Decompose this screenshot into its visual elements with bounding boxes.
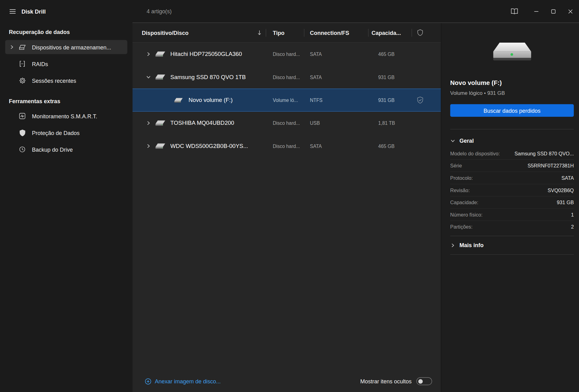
detail-label: Número físico:	[450, 212, 482, 217]
items-count: 4 artigo(s)	[147, 8, 172, 14]
device-capacity: 465 GB	[369, 43, 412, 65]
maximize-button[interactable]	[545, 0, 562, 23]
column-header-type[interactable]: Tipo	[266, 23, 304, 42]
detail-row-capacidade: Capacidade:931 GB	[450, 196, 574, 209]
device-capacity: 1,81 TB	[369, 112, 412, 134]
device-name-cell: Hitachi HDP725050GLA360	[132, 43, 266, 65]
sidebar-section-items: Monitoramento S.M.A.R.T.Proteção de Dado…	[0, 109, 132, 157]
chevron-down-icon[interactable]	[146, 74, 151, 80]
chevron-right-icon[interactable]	[146, 120, 151, 126]
detail-row-revis-o: Revisão:SVQ02B6Q	[450, 184, 574, 196]
detail-value: SVQ02B6Q	[548, 188, 574, 193]
toggle-knob	[418, 379, 422, 383]
minimize-icon	[534, 9, 538, 13]
hamburger-icon	[9, 9, 16, 15]
sidebar-section-heading: Ferramentas extras	[0, 92, 132, 109]
knowledge-base-button[interactable]	[506, 0, 523, 23]
detail-value: Samsung SSD 870 QVO...	[514, 151, 574, 156]
sidebar-item-prote-o-de-dados[interactable]: Proteção de Dados	[5, 126, 127, 140]
device-connection: SATA	[304, 135, 369, 158]
device-name: WDC WDS500G2B0B-00YS...	[170, 143, 248, 150]
chevron-right-icon[interactable]	[146, 52, 151, 57]
main-footer: Anexar imagem de disco... Mostrar itens …	[132, 370, 441, 392]
column-label-capacity: Capacida...	[371, 29, 401, 36]
device-row-hitachi-hdp725050gla360[interactable]: Hitachi HDP725050GLA360Disco hard...SATA…	[132, 43, 441, 65]
device-table: Dispositivo/Disco Tipo Connection/FS Cap…	[132, 23, 441, 392]
show-hidden-toggle[interactable]	[416, 377, 432, 385]
detail-label: Modelo do dispositivo:	[450, 151, 500, 156]
sidebar-item-backup-do-drive[interactable]: Backup do Drive	[5, 142, 127, 157]
device-name: Samsung SSD 870 QVO 1TB	[170, 74, 246, 81]
divider	[450, 254, 574, 255]
content-area: 4 artigo(s) Disposi	[132, 0, 579, 392]
details-title: Novo volume (F:)	[450, 79, 574, 87]
book-icon	[511, 8, 518, 14]
device-row-novo-volume-f[interactable]: Novo volume (F:)Volume ló...NTFS931 GB	[132, 89, 441, 112]
scan-button[interactable]: Buscar dados perdidos	[450, 104, 574, 117]
device-row-wdc-wds500g2b0b-00ys[interactable]: WDC WDS500G2B0B-00YS...Disco hard...SATA…	[132, 135, 441, 158]
column-label-device: Dispositivo/Disco	[142, 29, 188, 36]
device-name: TOSHIBA MQ04UBD200	[170, 120, 234, 127]
app-title: Disk Drill	[22, 8, 46, 15]
sort-desc-icon	[257, 30, 262, 36]
volume-icon	[174, 97, 183, 104]
sidebar-item-raids[interactable]: RAIDs	[5, 57, 127, 71]
detail-value: 1	[571, 212, 574, 217]
column-header-device[interactable]: Dispositivo/Disco	[132, 23, 266, 42]
general-heading: Geral	[460, 137, 474, 144]
device-type: Disco hard...	[266, 112, 304, 134]
sidebar-nav: Recuperação de dadosDispositivos de arma…	[0, 23, 132, 159]
show-hidden-label: Mostrar itens ocultos	[360, 378, 412, 384]
chevron-right-icon	[450, 242, 456, 248]
detail-label: Protocolo:	[450, 175, 473, 181]
table-header: Dispositivo/Disco Tipo Connection/FS Cap…	[132, 23, 441, 43]
sidebar-titlebar: Disk Drill	[0, 0, 132, 23]
device-connection: SATA	[304, 65, 369, 88]
sidebar-item-label: Proteção de Dados	[32, 129, 79, 136]
raid-icon	[17, 61, 27, 67]
scale-wrapper: Disk Drill Recuperação de dadosDispositi…	[0, 0, 579, 392]
device-list: Hitachi HDP725050GLA360Disco hard...SATA…	[132, 43, 441, 370]
column-header-connection[interactable]: Connection/FS	[304, 23, 369, 42]
titlebar: 4 artigo(s)	[132, 0, 579, 23]
detail-value: 2	[571, 224, 574, 230]
divider	[450, 129, 574, 129]
device-name: Hitachi HDP725050GLA360	[170, 51, 242, 57]
device-name-cell: TOSHIBA MQ04UBD200	[132, 112, 266, 134]
general-section-toggle[interactable]: Geral	[450, 137, 574, 144]
column-header-capacity[interactable]: Capacida...	[369, 23, 412, 42]
sidebar-item-sess-es-recentes[interactable]: Sessões recentes	[5, 74, 127, 88]
sidebar-item-label: Monitoramento S.M.A.R.T.	[32, 113, 97, 119]
minimize-button[interactable]	[528, 0, 545, 23]
drive-icon	[155, 119, 166, 127]
device-protection-cell	[412, 43, 441, 65]
shield-filled-icon	[17, 129, 27, 136]
attach-link-label: Anexar imagem de disco...	[155, 378, 221, 384]
device-row-samsung-ssd-870-qvo-1tb[interactable]: Samsung SSD 870 QVO 1TBDisco hard...SATA…	[132, 65, 441, 88]
shield-check-icon	[416, 96, 424, 104]
attach-disk-image-link[interactable]: Anexar imagem de disco...	[145, 378, 221, 385]
sidebar-item-monitoramento-s-m-a-r-t[interactable]: Monitoramento S.M.A.R.T.	[5, 109, 127, 123]
chevron-right-icon	[9, 44, 15, 50]
details-panel: Novo volume (F:) Volume lógico • 931 GB …	[441, 23, 579, 392]
gear-icon	[17, 77, 27, 84]
drive-illustration	[450, 41, 574, 65]
detail-row-s-rie: SérieS5RRNF0T227381H	[450, 160, 574, 172]
device-type: Volume ló...	[266, 89, 304, 111]
sidebar-item-label: Dispositivos de armazenamen...	[32, 44, 111, 50]
sidebar-item-dispositivos-de-armazenamen[interactable]: Dispositivos de armazenamen...	[5, 40, 127, 54]
detail-value: 931 GB	[557, 200, 574, 205]
more-info-toggle[interactable]: Mais info	[450, 242, 574, 248]
maximize-icon	[551, 9, 555, 13]
column-header-protection	[412, 23, 441, 42]
chevron-right-icon[interactable]	[146, 143, 151, 149]
chevron-down-icon	[450, 138, 456, 143]
divider	[450, 236, 574, 236]
shield-outline-icon	[417, 29, 423, 36]
plus-circle-icon	[145, 378, 152, 385]
close-button[interactable]	[562, 0, 579, 23]
device-capacity: 465 GB	[369, 135, 412, 158]
details-subtitle: Volume lógico • 931 GB	[450, 90, 574, 96]
menu-button[interactable]	[7, 6, 18, 17]
device-row-toshiba-mq04ubd200[interactable]: TOSHIBA MQ04UBD200Disco hard...USB1,81 T…	[132, 112, 441, 134]
